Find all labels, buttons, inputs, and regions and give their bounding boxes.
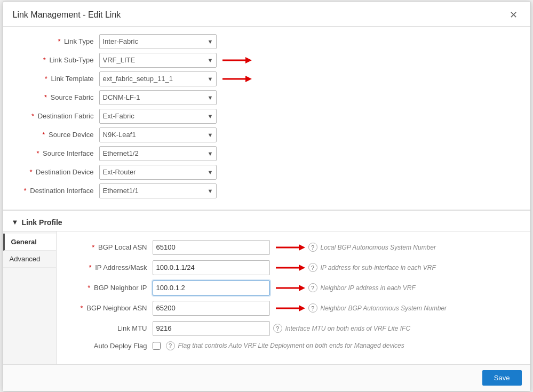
source-interface-select-wrapper: Ethernet1/2 ▼ — [99, 146, 217, 161]
tab-general[interactable]: General — [3, 234, 56, 251]
auto-deploy-flag-label: Auto Deploy Flag — [67, 342, 153, 350]
dialog-title: Link Management - Edit Link — [13, 10, 121, 20]
ip-address-mask-label: * IP Address/Mask — [67, 263, 153, 271]
destination-fabric-select-wrapper: Ext-Fabric ▼ — [99, 109, 217, 124]
destination-device-label: * Destination Device — [14, 168, 99, 176]
annotation-arrow-ip — [273, 261, 305, 274]
link-mtu-input[interactable] — [153, 321, 270, 336]
annotation-arrow-bgp-neighbor-asn — [273, 302, 305, 315]
bgp-local-asn-input[interactable] — [153, 240, 270, 255]
link-mtu-help: Interface MTU on both ends of VRF Lite I… — [285, 325, 411, 332]
ip-address-mask-row: * IP Address/Mask ? IP address for sub-i… — [67, 260, 520, 275]
source-interface-row: * Source Interface Ethernet1/2 ▼ — [14, 146, 520, 161]
source-interface-label: * Source Interface — [14, 149, 99, 157]
link-sub-type-row: * Link Sub-Type VRF_LITE ▼ — [14, 53, 520, 68]
link-template-select[interactable]: ext_fabric_setup_11_1 — [99, 71, 217, 86]
dialog-header: Link Management - Edit Link ✕ — [3, 2, 530, 27]
help-icon-bgp-neighbor-asn[interactable]: ? — [308, 303, 317, 313]
bgp-neighbor-ip-input[interactable] — [153, 281, 270, 295]
bgp-neighbor-asn-input[interactable] — [153, 301, 270, 316]
destination-interface-row: * Destination Interface Ethernet1/1 ▼ — [14, 183, 520, 198]
auto-deploy-flag-row: Auto Deploy Flag ? Flag that controls Au… — [67, 341, 520, 350]
source-device-row: * Source Device N9K-Leaf1 ▼ — [14, 127, 520, 142]
destination-fabric-row: * Destination Fabric Ext-Fabric ▼ — [14, 109, 520, 124]
section-header: ▼ Link Profile — [3, 216, 530, 231]
svg-marker-1 — [245, 57, 252, 63]
destination-device-select[interactable]: Ext-Router — [99, 165, 217, 180]
auto-deploy-flag-help: Flag that controls Auto VRF Lite Deploym… — [178, 342, 404, 349]
link-type-label: * Link Type — [14, 37, 99, 45]
bgp-neighbor-ip-help: Neighbor IP address in each VRF — [321, 284, 416, 292]
dialog-footer: Save — [3, 364, 530, 391]
help-icon-ip-address[interactable]: ? — [308, 263, 317, 272]
source-device-select[interactable]: N9K-Leaf1 — [99, 127, 217, 142]
annotation-arrow-template — [220, 73, 252, 85]
bgp-local-asn-help: Local BGP Autonomous System Number — [321, 244, 436, 251]
bgp-neighbor-asn-row: * BGP Neighbor ASN ? Neighbor BGP Autono… — [67, 301, 520, 316]
section-body: General Advanced * BGP Local ASN — [3, 231, 530, 364]
link-profile-section: ▼ Link Profile General Advanced * BGP Lo… — [3, 211, 530, 364]
bgp-local-asn-label: * BGP Local ASN — [67, 243, 153, 251]
save-button[interactable]: Save — [482, 370, 522, 386]
bgp-neighbor-ip-label: * BGP Neighbor IP — [67, 284, 153, 292]
link-sub-type-label: * Link Sub-Type — [14, 56, 99, 64]
section-title: Link Profile — [21, 218, 62, 227]
link-type-select[interactable]: Inter-Fabric — [99, 34, 217, 49]
bgp-local-asn-row: * BGP Local ASN ? Local BGP Autonomous S… — [67, 240, 520, 255]
svg-marker-7 — [299, 265, 305, 271]
ip-address-mask-input[interactable] — [153, 260, 270, 275]
auto-deploy-flag-checkbox[interactable] — [153, 342, 161, 350]
svg-marker-3 — [245, 76, 252, 82]
edit-link-dialog: Link Management - Edit Link ✕ * Link Typ… — [3, 1, 531, 391]
top-form: * Link Type Inter-Fabric ▼ * Link Sub-Ty… — [3, 27, 530, 211]
link-mtu-label: Link MTU — [67, 324, 153, 332]
link-template-select-wrapper: ext_fabric_setup_11_1 ▼ — [99, 71, 217, 86]
link-sub-type-select[interactable]: VRF_LITE — [99, 53, 217, 68]
dialog-body: * Link Type Inter-Fabric ▼ * Link Sub-Ty… — [3, 27, 530, 364]
source-interface-select[interactable]: Ethernet1/2 — [99, 146, 217, 161]
svg-marker-5 — [299, 244, 305, 251]
tab-content-general: * BGP Local ASN ? Local BGP Autonomous S… — [57, 231, 530, 364]
link-type-select-wrapper: Inter-Fabric ▼ — [99, 34, 217, 49]
link-mtu-row: Link MTU ? Interface MTU on both ends of… — [67, 321, 520, 336]
annotation-arrow-bgp-neighbor-ip — [273, 282, 305, 294]
source-device-select-wrapper: N9K-Leaf1 ▼ — [99, 127, 217, 142]
source-fabric-label: * Source Fabric — [14, 93, 99, 101]
bgp-neighbor-asn-help: Neighbor BGP Autonomous System Number — [321, 305, 447, 312]
source-fabric-row: * Source Fabric DCNM-LF-1 ▼ — [14, 90, 520, 105]
destination-interface-select-wrapper: Ethernet1/1 ▼ — [99, 183, 217, 198]
help-icon-bgp-local-asn[interactable]: ? — [308, 243, 317, 252]
destination-fabric-label: * Destination Fabric — [14, 112, 99, 120]
tab-advanced[interactable]: Advanced — [3, 251, 56, 268]
source-device-label: * Source Device — [14, 131, 99, 139]
annotation-arrow-bgp-local — [273, 241, 305, 254]
destination-interface-select[interactable]: Ethernet1/1 — [99, 183, 217, 198]
section-toggle-icon[interactable]: ▼ — [12, 218, 19, 226]
link-type-row: * Link Type Inter-Fabric ▼ — [14, 34, 520, 49]
svg-marker-9 — [299, 285, 305, 291]
link-template-label: * Link Template — [14, 75, 99, 83]
annotation-arrow-vrf — [220, 54, 252, 67]
destination-interface-label: * Destination Interface — [14, 187, 99, 195]
source-fabric-select-wrapper: DCNM-LF-1 ▼ — [99, 90, 217, 105]
help-icon-link-mtu[interactable]: ? — [273, 324, 282, 333]
svg-marker-11 — [299, 305, 305, 311]
ip-address-help: IP address for sub-interface in each VRF — [321, 264, 436, 271]
bgp-neighbor-asn-label: * BGP Neighbor ASN — [67, 304, 153, 312]
source-fabric-select[interactable]: DCNM-LF-1 — [99, 90, 217, 105]
help-icon-auto-deploy[interactable]: ? — [166, 341, 175, 350]
destination-fabric-select[interactable]: Ext-Fabric — [99, 109, 217, 124]
link-sub-type-select-wrapper: VRF_LITE ▼ — [99, 53, 217, 68]
help-icon-bgp-neighbor-ip[interactable]: ? — [308, 283, 317, 292]
bgp-neighbor-ip-row: * BGP Neighbor IP ? Neighbor IP address … — [67, 281, 520, 295]
link-template-row: * Link Template ext_fabric_setup_11_1 ▼ — [14, 71, 520, 86]
destination-device-select-wrapper: Ext-Router ▼ — [99, 165, 217, 180]
tabs-sidebar: General Advanced — [3, 231, 57, 364]
destination-device-row: * Destination Device Ext-Router ▼ — [14, 165, 520, 180]
close-button[interactable]: ✕ — [506, 9, 521, 21]
